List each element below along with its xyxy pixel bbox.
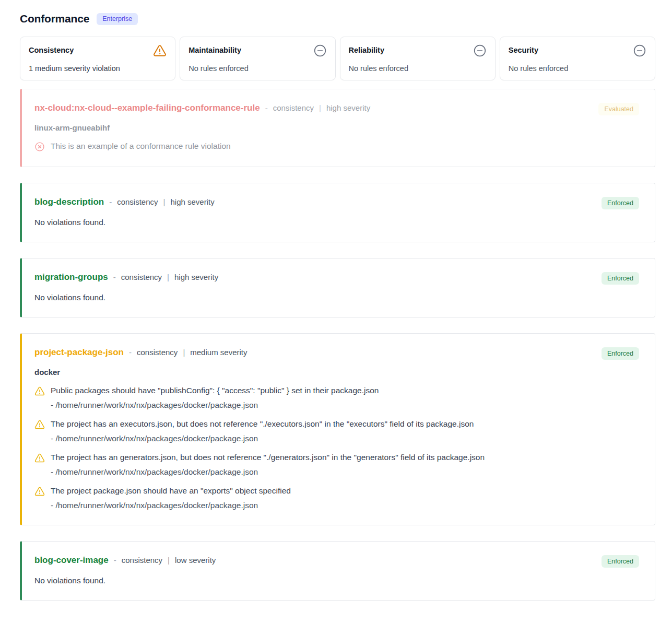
warning-triangle-icon bbox=[34, 386, 45, 396]
rule-meta: consistency | high severity bbox=[117, 197, 215, 206]
page-header: Conformance Enterprise bbox=[20, 13, 655, 25]
category-card-maintainability: Maintainability No rules enforced bbox=[180, 37, 335, 80]
rule-card-nx-cloud-nx-cloud--example-failing-conformance-rule: nx-cloud:nx-cloud--example-failing-confo… bbox=[20, 89, 655, 167]
rule-severity: medium severity bbox=[190, 348, 247, 357]
violation-message: The project has an executors.json, but d… bbox=[51, 419, 474, 430]
category-status: No rules enforced bbox=[349, 64, 487, 73]
separator-pipe: | bbox=[168, 556, 170, 565]
rule-card-content: blog-cover-image - consistency | low sev… bbox=[34, 555, 642, 585]
violation-file-path: - /home/runner/work/nx/nx/packages/docke… bbox=[51, 401, 642, 410]
violation-message: Public packages should have "publishConf… bbox=[51, 385, 379, 396]
violation-file-path: - /home/runner/work/nx/nx/packages/docke… bbox=[51, 501, 642, 510]
rule-card-content: nx-cloud:nx-cloud--example-failing-confo… bbox=[34, 103, 642, 152]
rule-card-blog-cover-image: blog-cover-image - consistency | low sev… bbox=[20, 541, 655, 601]
rule-project-name: docker bbox=[34, 368, 642, 377]
x-circle-icon bbox=[34, 142, 45, 152]
rule-name-link[interactable]: nx-cloud:nx-cloud--example-failing-confo… bbox=[34, 103, 260, 113]
separator-dash: - bbox=[109, 197, 112, 206]
rule-meta: consistency | medium severity bbox=[137, 348, 247, 357]
rule-header: project-package-json - consistency | med… bbox=[34, 347, 642, 358]
page-title: Conformance bbox=[20, 13, 89, 25]
separator-dash: - bbox=[113, 273, 116, 281]
violation-file-path: - /home/runner/work/nx/nx/packages/docke… bbox=[51, 434, 642, 443]
minus-circle-icon bbox=[473, 44, 487, 57]
category-card-reliability: Reliability No rules enforced bbox=[340, 37, 496, 80]
category-card-header: Consistency bbox=[29, 44, 167, 57]
category-card-header: Reliability bbox=[349, 44, 487, 57]
rule-card-migration-groups: migration-groups - consistency | high se… bbox=[20, 258, 655, 318]
separator-dash: - bbox=[114, 556, 116, 565]
rule-status-badge: Evaluated bbox=[598, 103, 639, 115]
category-card-header: Maintainability bbox=[188, 44, 326, 57]
violation-message: This is an example of a conformance rule… bbox=[51, 141, 231, 152]
rule-severity: high severity bbox=[174, 273, 218, 281]
rule-card-project-package-json: project-package-json - consistency | med… bbox=[20, 333, 655, 525]
category-title: Reliability bbox=[349, 44, 385, 54]
warning-triangle-icon bbox=[153, 44, 167, 57]
rule-name-link[interactable]: blog-description bbox=[34, 197, 104, 207]
rule-category: consistency bbox=[121, 273, 162, 281]
violation-item: Public packages should have "publishConf… bbox=[34, 385, 642, 410]
rule-meta: consistency | high severity bbox=[273, 103, 371, 112]
no-violations-message: No violations found. bbox=[34, 218, 642, 227]
rule-meta: consistency | low severity bbox=[122, 556, 216, 565]
rule-header: blog-cover-image - consistency | low sev… bbox=[34, 555, 642, 566]
rule-meta: consistency | high severity bbox=[121, 273, 219, 281]
category-card-consistency: Consistency 1 medium severity violation bbox=[20, 37, 175, 80]
warning-triangle-icon bbox=[34, 486, 45, 497]
rule-category: consistency bbox=[137, 348, 178, 357]
minus-circle-icon bbox=[313, 44, 327, 57]
violation-file-path: - /home/runner/work/nx/nx/packages/docke… bbox=[51, 467, 642, 477]
separator-pipe: | bbox=[319, 103, 321, 112]
violation-item: This is an example of a conformance rule… bbox=[34, 141, 642, 152]
category-card-header: Security bbox=[509, 44, 646, 57]
enterprise-plan-badge: Enterprise bbox=[97, 13, 138, 25]
rule-header: blog-description - consistency | high se… bbox=[34, 197, 642, 207]
rule-name-link[interactable]: project-package-json bbox=[34, 347, 124, 358]
rule-category: consistency bbox=[117, 197, 158, 206]
rule-card-blog-description: blog-description - consistency | high se… bbox=[20, 183, 655, 242]
rule-status-badge: Enforced bbox=[602, 347, 639, 360]
separator-pipe: | bbox=[167, 273, 169, 281]
rule-name-link[interactable]: migration-groups bbox=[34, 272, 108, 283]
rule-header: migration-groups - consistency | high se… bbox=[34, 272, 642, 283]
rule-severity: high severity bbox=[170, 197, 214, 206]
rule-card-content: blog-description - consistency | high se… bbox=[34, 197, 642, 227]
rule-status-badge: Enforced bbox=[602, 272, 639, 285]
category-status: No rules enforced bbox=[188, 64, 326, 73]
category-summary-row: Consistency 1 medium severity violation … bbox=[20, 37, 655, 80]
no-violations-message: No violations found. bbox=[34, 293, 642, 302]
category-status: 1 medium severity violation bbox=[29, 64, 167, 73]
category-title: Maintainability bbox=[188, 44, 241, 54]
violation-item: The project package.json should have an … bbox=[34, 486, 642, 510]
violation-item: The project has an generators.json, but … bbox=[34, 452, 642, 477]
rule-severity: low severity bbox=[175, 556, 216, 565]
separator-pipe: | bbox=[163, 197, 166, 206]
separator-pipe: | bbox=[183, 348, 185, 357]
rule-status-badge: Enforced bbox=[602, 197, 639, 209]
category-title: Security bbox=[509, 44, 538, 54]
conformance-rules-list: nx-cloud:nx-cloud--example-failing-confo… bbox=[20, 89, 655, 601]
rule-project-name: linux-arm-gnueabihf bbox=[34, 123, 642, 132]
no-violations-message: No violations found. bbox=[34, 576, 642, 585]
rule-status-badge: Enforced bbox=[602, 555, 639, 568]
separator-dash: - bbox=[129, 348, 132, 357]
category-status: No rules enforced bbox=[509, 64, 646, 73]
violation-message: The project package.json should have an … bbox=[51, 486, 291, 497]
rule-name-link[interactable]: blog-cover-image bbox=[34, 555, 109, 566]
violation-item: The project has an executors.json, but d… bbox=[34, 419, 642, 443]
rule-severity: high severity bbox=[326, 103, 370, 112]
conformance-page: Conformance Enterprise Consistency 1 med… bbox=[0, 0, 672, 621]
rule-card-content: migration-groups - consistency | high se… bbox=[34, 272, 642, 302]
rule-category: consistency bbox=[122, 556, 162, 565]
category-title: Consistency bbox=[29, 44, 74, 54]
violation-message: The project has an generators.json, but … bbox=[51, 452, 485, 463]
minus-circle-icon bbox=[633, 44, 646, 57]
rule-card-content: project-package-json - consistency | med… bbox=[34, 347, 642, 510]
separator-dash: - bbox=[265, 103, 268, 112]
rule-category: consistency bbox=[273, 103, 314, 112]
warning-triangle-icon bbox=[34, 419, 45, 430]
rule-header: nx-cloud:nx-cloud--example-failing-confo… bbox=[34, 103, 642, 113]
warning-triangle-icon bbox=[34, 453, 45, 463]
category-card-security: Security No rules enforced bbox=[500, 37, 655, 80]
